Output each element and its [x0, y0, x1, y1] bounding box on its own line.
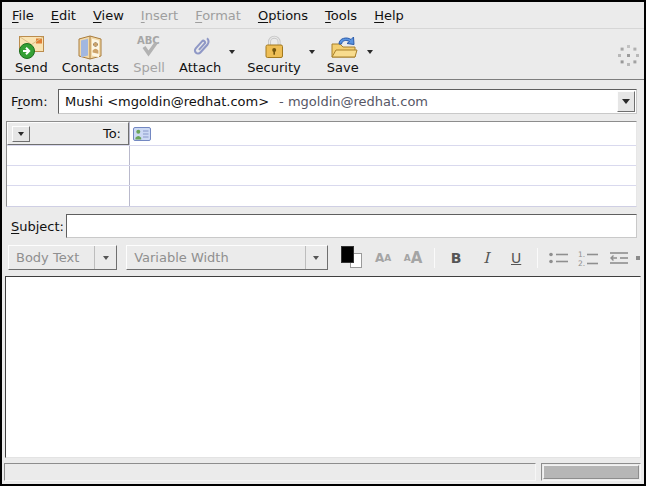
separator	[537, 248, 538, 268]
menu-file[interactable]: File	[12, 8, 34, 23]
svg-text:2.: 2.	[578, 259, 585, 267]
attach-dropdown-arrow[interactable]	[226, 35, 238, 69]
send-icon	[16, 33, 46, 60]
outdent-button[interactable]	[606, 246, 632, 270]
menu-edit[interactable]: Edit	[51, 8, 76, 23]
vcard-icon	[133, 127, 151, 141]
decrease-font-size-button: AA	[370, 246, 396, 270]
font-family-value: Variable Width	[127, 250, 305, 265]
subject-label: Subject:	[11, 219, 66, 234]
bullet-list-icon	[547, 250, 571, 266]
subject-input[interactable]	[67, 215, 636, 237]
subject-row: Subject:	[2, 207, 644, 240]
recipient-address-input[interactable]	[154, 122, 636, 145]
recipient-address-cell	[130, 122, 636, 145]
attach-button[interactable]: Attach	[172, 31, 228, 76]
activity-throbber-icon	[627, 54, 630, 57]
contacts-icon	[75, 33, 105, 60]
from-identity-name: Mushi <mgoldin@redhat.com>	[65, 94, 269, 109]
menu-view[interactable]: View	[93, 8, 124, 23]
underline-button[interactable]: U	[503, 246, 529, 270]
bullet-list-button[interactable]	[546, 246, 572, 270]
from-identity-value: Mushi <mgoldin@redhat.com> - mgoldin@red…	[59, 94, 616, 109]
menu-insert: Insert	[141, 8, 178, 23]
security-icon	[261, 33, 287, 60]
contacts-button[interactable]: Contacts	[55, 31, 126, 76]
save-icon	[328, 33, 358, 60]
recipient-row: To:	[7, 122, 636, 146]
progress-meter	[541, 463, 641, 481]
security-button[interactable]: Security	[240, 31, 307, 76]
send-button[interactable]: Send	[8, 31, 55, 76]
menu-help[interactable]: Help	[374, 8, 404, 23]
numbered-list-button[interactable]: 1. 2.	[576, 246, 602, 270]
bold-button[interactable]: B	[443, 246, 469, 270]
empty-address-row[interactable]	[7, 166, 636, 186]
increase-font-size-button: AA	[400, 246, 426, 270]
from-row: From: Mushi <mgoldin@redhat.com> - mgold…	[2, 80, 644, 119]
spell-button: ABC Spell	[126, 31, 172, 76]
from-label: From:	[11, 94, 58, 109]
menu-format: Format	[195, 8, 241, 23]
paragraph-style-value: Body Text	[9, 250, 94, 265]
outdent-icon	[607, 250, 631, 266]
save-button[interactable]: Save	[320, 31, 366, 76]
chevron-down-icon	[18, 132, 24, 136]
chevron-down-icon	[622, 99, 630, 104]
chevron-down-icon	[309, 50, 315, 54]
empty-address-row[interactable]	[7, 146, 636, 166]
paragraph-style-select[interactable]: Body Text	[8, 245, 117, 270]
text-color-picker[interactable]	[339, 246, 364, 270]
save-label: Save	[327, 60, 359, 75]
numbered-list-icon: 1. 2.	[577, 249, 601, 267]
chevron-down-icon	[94, 246, 116, 269]
contacts-label: Contacts	[62, 60, 119, 75]
security-dropdown-arrow[interactable]	[306, 35, 318, 69]
main-toolbar: Send Contacts ABC	[2, 29, 644, 80]
security-label: Security	[247, 60, 300, 75]
message-body-input[interactable]	[6, 277, 640, 457]
message-body-frame	[5, 276, 641, 458]
toolbar-overflow-indicator	[636, 256, 640, 260]
progress-fill	[543, 465, 639, 479]
addressing-area: To:	[6, 121, 637, 207]
menu-bar: File Edit View Insert Format Options Too…	[2, 2, 644, 29]
menu-options[interactable]: Options	[258, 8, 308, 23]
send-label: Send	[15, 60, 48, 75]
spell-label: Spell	[133, 60, 165, 75]
from-dropdown-button[interactable]	[617, 91, 635, 112]
compose-window: File Edit View Insert Format Options Too…	[0, 0, 646, 486]
chevron-down-icon	[229, 50, 235, 54]
font-family-select[interactable]: Variable Width	[126, 245, 328, 270]
foreground-color-swatch	[341, 246, 354, 263]
status-bar	[2, 461, 644, 484]
save-dropdown-arrow[interactable]	[364, 35, 376, 69]
from-identity-address: - mgoldin@redhat.com	[279, 94, 428, 109]
spell-icon: ABC	[133, 33, 165, 60]
menu-tools[interactable]: Tools	[325, 8, 357, 23]
chevron-down-icon	[305, 246, 327, 269]
status-message-area	[4, 463, 536, 481]
format-toolbar: Body Text Variable Width AA AA B I U	[2, 240, 644, 275]
chevron-down-icon	[367, 50, 373, 54]
subject-field-frame	[66, 214, 637, 238]
recipient-type-button[interactable]: To:	[7, 122, 129, 145]
from-identity-select[interactable]: Mushi <mgoldin@redhat.com> - mgoldin@red…	[58, 89, 637, 114]
attach-icon	[185, 33, 215, 60]
recipient-type-label: To:	[30, 126, 124, 141]
recipient-type-dropdown[interactable]	[12, 126, 30, 142]
recipient-type-cell: To:	[7, 122, 130, 145]
separator	[434, 248, 435, 268]
italic-button[interactable]: I	[473, 246, 499, 270]
svg-text:1.: 1.	[578, 250, 585, 259]
attach-label: Attach	[179, 60, 221, 75]
empty-address-row[interactable]	[7, 186, 636, 206]
